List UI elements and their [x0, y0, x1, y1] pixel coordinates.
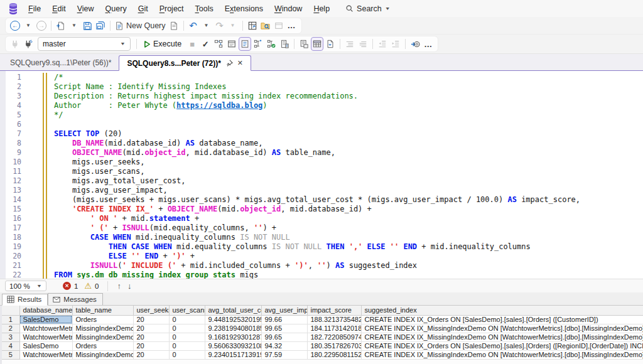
results-tab-results[interactable]: Results [2, 294, 48, 306]
execute-button[interactable]: Execute [140, 37, 185, 51]
grid-cell[interactable]: 188.321373548214 [307, 315, 361, 324]
grid-cell[interactable]: WatchtowerMetrics [19, 350, 72, 359]
redo-button[interactable]: ↷ [213, 19, 226, 33]
new-file-dropdown[interactable]: ▼ [68, 19, 80, 33]
estimated-plan-icon[interactable] [212, 37, 225, 51]
next-issue-button[interactable]: ↓ [127, 281, 132, 291]
code-line-15[interactable]: 15 'CREATE INDEX IX_' + OBJECT_NAME(mid.… [0, 205, 643, 214]
navigate-forward-button[interactable]: → [35, 19, 48, 33]
error-indicator[interactable]: ✕ 1 [63, 282, 78, 290]
save-all-button[interactable] [94, 19, 107, 33]
uncomment-selection-icon[interactable] [357, 37, 369, 51]
folder-search-icon[interactable] [259, 19, 272, 33]
row-number-cell[interactable]: 4 [2, 341, 19, 350]
document-tab-2[interactable]: SQLQuery8.s...Peter (72))*✕ [119, 55, 251, 71]
cancel-query-button[interactable]: ■ [186, 37, 198, 51]
query-options-icon[interactable] [225, 37, 238, 51]
menu-item-project[interactable]: Project [154, 2, 190, 16]
toolbar-overflow-button[interactable]: … [422, 37, 435, 51]
grid-cell[interactable]: 9.23819940801852 [205, 324, 261, 333]
activity-monitor-icon[interactable] [246, 19, 259, 33]
redo-dropdown[interactable]: ▼ [227, 19, 239, 33]
code-line-22[interactable]: 22FROM sys.dm_db_missing_index_group_sta… [0, 270, 643, 279]
grid-cell[interactable]: 99.66 [261, 315, 307, 324]
close-tab-icon[interactable]: ✕ [237, 59, 243, 67]
database-engine-query-icon[interactable] [168, 19, 180, 33]
pin-icon[interactable] [225, 60, 233, 67]
grid-cell[interactable]: 0 [169, 341, 205, 350]
code-line-3[interactable]: 3Description : Returns highest impact mi… [0, 92, 643, 101]
grid-cell[interactable]: 9.56063309321085 [205, 341, 261, 350]
code-line-6[interactable]: 6 [0, 120, 643, 129]
grid-cell[interactable]: 0 [169, 315, 205, 324]
new-file-button[interactable] [55, 19, 67, 33]
code-line-10[interactable]: 10 migs.user_seeks, [0, 158, 643, 167]
warning-indicator[interactable]: ⚠ 0 [84, 282, 99, 290]
row-number-cell[interactable]: 1 [2, 315, 19, 324]
connect-icon[interactable] [9, 37, 21, 51]
menu-item-view[interactable]: View [72, 2, 100, 16]
grid-cell[interactable]: CREATE INDEX IX_MissingIndexDemo ON [Wat… [361, 333, 643, 341]
grid-cell[interactable]: WatchtowerMetrics [19, 324, 72, 333]
live-query-stats-icon[interactable] [265, 37, 278, 51]
grid-cell[interactable]: 180.351782670329 [307, 341, 361, 350]
grid-cell[interactable]: SalesDemo [19, 315, 72, 324]
navigate-back-dropdown[interactable]: ▼ [22, 19, 35, 33]
grid-cell[interactable]: 20 [133, 333, 169, 341]
results-tab-messages[interactable]: Messages [48, 293, 102, 305]
document-tab-1[interactable]: SQLQuery9.sq...1\Peter (56))* [3, 55, 119, 70]
code-line-9[interactable]: 9 OBJECT_NAME(mid.object_id, mid.databas… [0, 148, 643, 158]
code-line-18[interactable]: 18 CASE WHEN mid.inequality_columns IS N… [0, 233, 643, 242]
grid-cell[interactable]: 20 [133, 350, 169, 359]
comment-selection-icon[interactable] [343, 37, 356, 51]
menu-item-window[interactable]: Window [269, 2, 308, 16]
code-line-13[interactable]: 13 migs.avg_user_impact, [0, 186, 643, 195]
grid-cell[interactable]: 9.23401517139197 [205, 350, 261, 359]
row-number-cell[interactable]: 3 [2, 333, 19, 341]
search-control[interactable]: Search ▼ [340, 3, 396, 15]
column-header-avg_total_user_cost[interactable]: avg_total_user_cost [205, 306, 261, 315]
menu-item-help[interactable]: Help [308, 2, 335, 16]
navigate-back-button[interactable]: ← [9, 19, 21, 33]
column-header-database_name[interactable]: database_name [19, 306, 72, 315]
grid-cell[interactable]: 180.229508115229 [307, 350, 361, 359]
grid-cell[interactable]: 97.59 [261, 350, 307, 359]
code-line-19[interactable]: 19 THEN CASE WHEN mid.equality_columns I… [0, 242, 643, 252]
zoom-selector[interactable]: 100 % ▼ [5, 281, 46, 291]
grid-cell[interactable]: 20 [133, 341, 169, 350]
code-line-2[interactable]: 2Script Name : Identify Missing Indexes [0, 82, 643, 92]
column-header-avg_user_impact[interactable]: avg_user_impact [261, 306, 307, 315]
code-line-16[interactable]: 16 ' ON ' + mid.statement + [0, 214, 643, 223]
menu-item-tools[interactable]: Tools [190, 2, 219, 16]
undo-dropdown[interactable]: ▼ [200, 19, 213, 33]
grid-cell[interactable]: 182.722085097466 [307, 333, 361, 341]
grid-cell[interactable]: 0 [169, 350, 205, 359]
grid-cell[interactable]: 9.44819253201956 [205, 315, 261, 324]
code-line-20[interactable]: 20 ELSE '' END + ')' + [0, 252, 643, 261]
grid-corner-cell[interactable] [2, 306, 19, 315]
new-query-button[interactable]: New Query [114, 19, 167, 33]
grid-cell[interactable]: 184.117314201809 [307, 324, 361, 333]
specify-template-values-icon[interactable] [409, 37, 421, 51]
grid-cell[interactable]: 99.65 [261, 333, 307, 341]
grid-cell[interactable]: Orders [72, 315, 133, 324]
grid-cell[interactable]: 20 [133, 324, 169, 333]
grid-cell[interactable]: MissingIndexDemo [72, 324, 133, 333]
grid-cell[interactable]: 94.32 [261, 341, 307, 350]
increase-indent-icon[interactable] [389, 37, 402, 51]
menu-item-git[interactable]: Git [132, 2, 154, 16]
code-line-5[interactable]: 5*/ [0, 110, 643, 120]
grid-cell[interactable]: 20 [133, 315, 169, 324]
menu-item-edit[interactable]: Edit [46, 2, 72, 16]
parse-button[interactable]: ✓ [199, 37, 212, 51]
previous-issue-button[interactable]: ↑ [117, 281, 121, 291]
grid-cell[interactable]: CREATE INDEX IX_Orders ON [SalesDemo].[s… [361, 315, 643, 324]
column-header-suggested_index[interactable]: suggested_index [361, 306, 643, 315]
grid-cell[interactable]: 99.65 [261, 324, 307, 333]
results-to-text-icon[interactable] [298, 37, 310, 51]
column-header-impact_score[interactable]: impact_score [307, 306, 361, 315]
code-line-7[interactable]: 7SELECT TOP (20) [0, 129, 643, 139]
comment-hyperlink[interactable]: https://sqldba.blog [176, 101, 262, 110]
code-line-1[interactable]: 1/* [0, 73, 643, 82]
grid-cell[interactable]: 9.16819293012875 [205, 333, 261, 341]
